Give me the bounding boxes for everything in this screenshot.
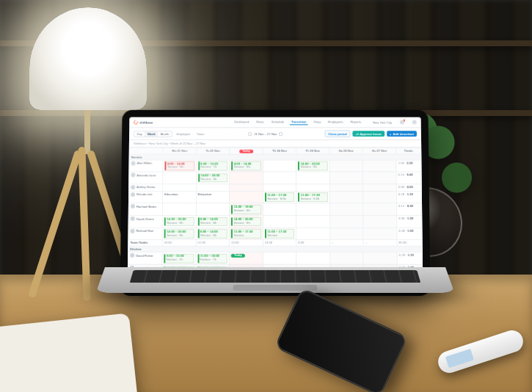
add-timesheet-button[interactable]: + Add timesheet: [387, 131, 417, 137]
empty-cell[interactable]: [163, 184, 197, 192]
empty-cell[interactable]: [296, 253, 330, 265]
employee-cell[interactable]: Ashley Green: [129, 184, 163, 192]
shift-block[interactable]: 14:00 – 20:00Service · 6h: [231, 217, 261, 227]
empty-cell[interactable]: [329, 203, 363, 216]
shift-cell[interactable]: 8:00 – 14:00Service · 6h: [163, 160, 197, 172]
view-employee-link[interactable]: Employee: [175, 131, 193, 137]
shift-cell[interactable]: 8:00 – 15:00Kitchen · 7h: [162, 253, 196, 265]
shift-cell[interactable]: 14:00 – 20:00Service · 6h: [162, 228, 196, 240]
location-picker[interactable]: New York City: [373, 120, 392, 124]
absence-cell[interactable]: Education: [196, 191, 230, 203]
empty-cell[interactable]: [162, 203, 196, 216]
shift-block[interactable]: 11:00 – 17:30Service: [231, 229, 261, 239]
range-segmented[interactable]: DayWeekMonth: [134, 131, 172, 137]
empty-cell[interactable]: [296, 172, 330, 184]
cell[interactable]: Today: [229, 253, 263, 265]
empty-cell[interactable]: [263, 172, 296, 184]
nav-news[interactable]: News: [255, 120, 265, 126]
range-month[interactable]: Month: [158, 131, 172, 137]
empty-cell[interactable]: [329, 191, 363, 203]
shift-block[interactable]: 8:00 – 14:00Service · 6h: [231, 161, 260, 170]
shift-cell[interactable]: 13:00 – 19:00Service · 6h: [230, 203, 263, 216]
approve-hours-button[interactable]: +1 Approve hours: [353, 131, 385, 137]
prev-week-button[interactable]: [248, 132, 252, 136]
empty-cell[interactable]: [330, 253, 364, 265]
empty-cell[interactable]: [362, 160, 396, 172]
empty-cell[interactable]: [263, 184, 296, 192]
shift-block[interactable]: 11:00 – 17:30Service · 6.5h: [298, 192, 328, 202]
section-header[interactable]: Service: [129, 154, 421, 160]
shift-cell[interactable]: 14:00 – 20:00Service · 6h: [229, 216, 263, 228]
shift-block[interactable]: 8:00 – 15:00Kitchen · 7h: [164, 254, 194, 264]
empty-cell[interactable]: [329, 160, 363, 172]
range-week[interactable]: Week: [145, 131, 158, 137]
employee-cell[interactable]: Brenda Lee: [128, 191, 162, 203]
empty-cell[interactable]: [196, 184, 230, 192]
empty-cell[interactable]: [163, 172, 197, 184]
empty-cell[interactable]: [296, 184, 330, 192]
empty-cell[interactable]: [363, 203, 397, 216]
nav-diary[interactable]: Diary: [312, 120, 322, 126]
empty-cell[interactable]: [363, 216, 397, 228]
shift-cell[interactable]: 8:00 – 14:00Service · 6h: [230, 160, 263, 172]
range-day[interactable]: Day: [134, 131, 145, 137]
avatar[interactable]: [412, 120, 417, 125]
section-header[interactable]: Kitchen: [128, 247, 423, 253]
employee-cell[interactable]: Alex Milton: [129, 160, 163, 172]
shift-block[interactable]: 14:00 – 20:00Service · 6h: [198, 173, 228, 183]
shift-cell[interactable]: 11:00 – 17:30Service: [229, 228, 263, 240]
shift-block[interactable]: 14:00 – 20:00Service · 6h: [298, 161, 327, 170]
employee-cell[interactable]: Richard Hart: [128, 228, 162, 240]
employee-cell[interactable]: David Fisher: [128, 253, 162, 265]
empty-cell[interactable]: [230, 184, 263, 192]
shift-block[interactable]: 8:00 – 14:00Service · 6h: [197, 217, 227, 227]
empty-cell[interactable]: [296, 203, 330, 216]
shift-block[interactable]: 11:00 – 17:30Service · 6.5h: [265, 192, 295, 202]
empty-cell[interactable]: [329, 172, 363, 184]
empty-cell[interactable]: [329, 184, 363, 192]
shift-cell[interactable]: 14:00 – 20:00Service · 6h: [162, 216, 196, 228]
empty-cell[interactable]: [196, 203, 230, 216]
empty-cell[interactable]: [363, 184, 397, 192]
brand-logo[interactable]: shiftbase: [134, 120, 153, 125]
empty-cell[interactable]: [363, 228, 397, 240]
empty-cell[interactable]: [363, 191, 397, 203]
shift-block[interactable]: 13:00 – 19:00Service · 6h: [231, 205, 261, 214]
next-week-button[interactable]: [279, 132, 283, 136]
empty-cell[interactable]: [230, 172, 263, 184]
empty-cell[interactable]: [363, 172, 397, 184]
empty-cell[interactable]: [263, 216, 296, 228]
employee-cell[interactable]: Rachael Bates: [128, 203, 162, 216]
nav-employees[interactable]: Employees: [327, 120, 345, 126]
employee-cell[interactable]: Amanda Lane: [129, 172, 163, 184]
nav-dashboard[interactable]: Dashboard: [233, 120, 250, 126]
shift-block[interactable]: 8:00 – 15:00Service · 7h: [198, 161, 228, 170]
empty-cell[interactable]: [296, 228, 330, 240]
view-team-link[interactable]: Team: [194, 131, 206, 137]
nav-schedule[interactable]: Schedule: [270, 120, 285, 126]
close-period-button[interactable]: Close period: [324, 130, 350, 137]
shift-block[interactable]: 11:00 – 17:30Service: [265, 229, 295, 239]
shift-cell[interactable]: 14:00 – 20:00Service · 6h: [196, 172, 230, 184]
empty-cell[interactable]: [230, 191, 263, 203]
employee-cell[interactable]: Sarah Green: [128, 216, 162, 228]
bell-icon[interactable]: [400, 120, 404, 125]
shift-block[interactable]: 14:00 – 20:00Service · 6h: [164, 229, 194, 239]
shift-cell[interactable]: 11:00 – 17:30Service · 6.5h: [263, 191, 296, 203]
shift-cell[interactable]: 8:00 – 15:00Service · 7h: [196, 160, 230, 172]
shift-block[interactable]: 8:00 – 14:00Service · 6h: [197, 229, 227, 239]
shift-block[interactable]: 11:00 – 18:00Kitchen · 7h: [197, 254, 227, 264]
shift-cell[interactable]: 8:00 – 14:00Service · 6h: [196, 216, 230, 228]
shift-cell[interactable]: 11:00 – 18:00Kitchen · 7h: [196, 253, 230, 265]
empty-cell[interactable]: [329, 228, 363, 240]
shift-block[interactable]: 14:00 – 20:00Service · 6h: [164, 217, 194, 227]
empty-cell[interactable]: [263, 203, 296, 216]
empty-cell[interactable]: [296, 216, 330, 228]
empty-cell[interactable]: [263, 253, 296, 265]
shift-cell[interactable]: 11:00 – 17:30Service: [263, 228, 296, 240]
empty-cell[interactable]: [329, 216, 363, 228]
empty-cell[interactable]: [363, 253, 397, 265]
shift-cell[interactable]: 8:00 – 14:00Service · 6h: [196, 228, 230, 240]
empty-cell[interactable]: [263, 160, 296, 172]
shift-block[interactable]: 8:00 – 14:00Service · 6h: [164, 161, 194, 170]
